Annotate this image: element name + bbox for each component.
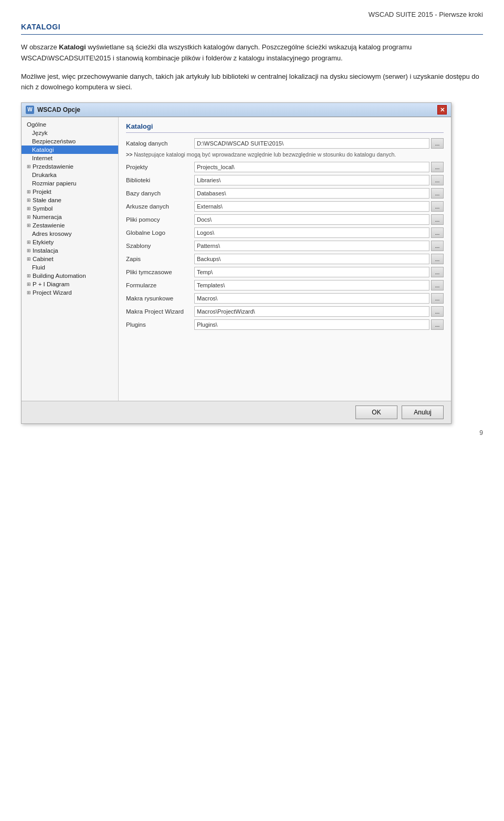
sidebar-item-label: Przedstawienie	[33, 163, 74, 170]
catalog-row-label: Szablony	[126, 243, 194, 249]
catalog-row-input[interactable]	[194, 280, 429, 290]
sidebar-item[interactable]: Ogólne	[22, 120, 118, 129]
sidebar-item[interactable]: Katalogi	[22, 146, 118, 154]
catalog-row-input[interactable]	[194, 188, 429, 199]
info-row: Następujące katalogi mogą być wprowadzan…	[126, 151, 444, 158]
expand-icon: ⊞	[27, 248, 31, 253]
catalog-row: Biblioteki...	[126, 175, 444, 185]
catalog-row-label: Biblioteki	[126, 177, 194, 183]
catalog-row: Pliki tymczasowe...	[126, 267, 444, 277]
catalog-row-input[interactable]	[194, 241, 429, 251]
sidebar-item-label: Adres krosowy	[32, 231, 71, 237]
dialog-titlebar: W WSCAD Opcje ✕	[22, 103, 451, 117]
sidebar: OgólneJęzykBezpieczeństwoKatalogiInterne…	[22, 117, 119, 401]
catalog-row-input[interactable]	[194, 319, 429, 330]
sidebar-item[interactable]: ⊞Zestawienie	[22, 221, 118, 230]
katalogi-title: Katalogi	[126, 122, 444, 133]
sidebar-item-label: Symbol	[33, 205, 52, 212]
sidebar-item[interactable]: ⊞Numeracja	[22, 213, 118, 221]
catalog-row-label: Zapis	[126, 256, 194, 262]
section-title: KATALOGI	[21, 23, 483, 31]
catalog-row-input[interactable]	[194, 175, 429, 185]
page-title: WSCAD SUITE 2015 - Pierwsze kroki	[369, 11, 483, 18]
sidebar-item[interactable]: Adres krosowy	[22, 230, 118, 238]
catalog-row-input[interactable]	[194, 162, 429, 172]
page-header: WSCAD SUITE 2015 - Pierwsze kroki	[21, 11, 483, 18]
sidebar-item[interactable]: ⊞Project Wizard	[22, 288, 118, 297]
sidebar-item[interactable]: Internet	[22, 154, 118, 162]
sidebar-item-label: Ogólne	[27, 121, 46, 128]
catalog-row-browse-btn[interactable]: ...	[431, 306, 444, 317]
dialog-title: WSCAD Opcje	[37, 106, 80, 113]
dialog-body: OgólneJęzykBezpieczeństwoKatalogiInterne…	[22, 117, 451, 401]
sidebar-item[interactable]: Bezpieczeństwo	[22, 137, 118, 146]
bold-katalogi: Katalogi	[59, 43, 86, 51]
sidebar-item-label: Zestawienie	[33, 222, 65, 228]
sidebar-item[interactable]: ⊞Etykiety	[22, 238, 118, 246]
expand-icon: ⊞	[27, 164, 31, 169]
catalog-row-browse-btn[interactable]: ...	[431, 227, 444, 238]
catalog-row-browse-btn[interactable]: ...	[431, 175, 444, 185]
catalog-row-input[interactable]	[194, 201, 429, 212]
catalog-row-label: Makra rysunkowe	[126, 295, 194, 302]
sidebar-item-label: Rozmiar papieru	[32, 180, 76, 186]
catalog-row-input[interactable]	[194, 293, 429, 304]
catalog-data-label: Katalog danych	[126, 140, 194, 147]
catalog-row-browse-btn[interactable]: ...	[431, 214, 444, 225]
catalog-row: Arkusze danych...	[126, 201, 444, 212]
catalog-row-label: Bazy danych	[126, 190, 194, 196]
catalog-row-input[interactable]	[194, 267, 429, 277]
catalog-row: Globalne Logo...	[126, 227, 444, 238]
sidebar-item[interactable]: ⊞Projekt	[22, 188, 118, 196]
catalog-row-browse-btn[interactable]: ...	[431, 254, 444, 264]
sidebar-item[interactable]: Fluid	[22, 263, 118, 272]
sidebar-item[interactable]: ⊞Stałe dane	[22, 196, 118, 204]
main-content: Katalogi Katalog danych ... Następujące …	[119, 117, 451, 401]
sidebar-item[interactable]: ⊞P + I Diagram	[22, 280, 118, 288]
page-number: 9	[21, 429, 483, 437]
catalog-row-browse-btn[interactable]: ...	[431, 319, 444, 330]
dialog-close-button[interactable]: ✕	[437, 105, 447, 115]
catalog-row-input[interactable]	[194, 214, 429, 225]
sidebar-item-label: Bezpieczeństwo	[32, 138, 76, 144]
catalog-row: Projekty...	[126, 162, 444, 172]
dialog-footer: OK Anuluj	[22, 401, 451, 423]
catalog-data-browse-btn[interactable]: ...	[431, 138, 444, 149]
sidebar-item[interactable]: ⊞Instalacja	[22, 246, 118, 255]
catalog-row-browse-btn[interactable]: ...	[431, 293, 444, 304]
catalog-row-browse-btn[interactable]: ...	[431, 162, 444, 172]
sidebar-item[interactable]: ⊞Symbol	[22, 204, 118, 213]
catalog-row-input[interactable]	[194, 306, 429, 317]
catalog-row-input[interactable]	[194, 227, 429, 238]
catalog-row-browse-btn[interactable]: ...	[431, 188, 444, 199]
catalog-row-browse-btn[interactable]: ...	[431, 201, 444, 212]
catalog-data-input[interactable]	[194, 138, 429, 149]
catalog-row: Makra Project Wizard...	[126, 306, 444, 317]
sidebar-item[interactable]: ⊞Cabinet	[22, 255, 118, 263]
sidebar-item[interactable]: Drukarka	[22, 171, 118, 179]
sidebar-item-label: Stałe dane	[33, 197, 61, 203]
catalog-row-browse-btn[interactable]: ...	[431, 280, 444, 290]
catalog-row-label: Arkusze danych	[126, 203, 194, 210]
catalog-row-label: Projekty	[126, 164, 194, 170]
catalog-row: Pliki pomocy...	[126, 214, 444, 225]
sidebar-item[interactable]: ⊞Building Automation	[22, 272, 118, 280]
sidebar-item[interactable]: Język	[22, 129, 118, 137]
dialog-window: W WSCAD Opcje ✕ OgólneJęzykBezpieczeństw…	[21, 102, 452, 424]
paragraph-2: Możliwe jest, więc przechowywanie danych…	[21, 71, 483, 93]
catalog-row: Bazy danych...	[126, 188, 444, 199]
catalog-row-browse-btn[interactable]: ...	[431, 241, 444, 251]
cancel-button[interactable]: Anuluj	[402, 406, 444, 419]
ok-button[interactable]: OK	[355, 406, 397, 419]
catalog-rows-container: Projekty...Biblioteki...Bazy danych...Ar…	[126, 162, 444, 330]
expand-icon: ⊞	[27, 240, 31, 245]
sidebar-item[interactable]: ⊞Przedstawienie	[22, 162, 118, 171]
sidebar-item[interactable]: Rozmiar papieru	[22, 179, 118, 188]
sidebar-item-label: Cabinet	[33, 256, 54, 262]
catalog-row-input[interactable]	[194, 254, 429, 264]
catalog-row-browse-btn[interactable]: ...	[431, 267, 444, 277]
sidebar-item-label: Instalacja	[33, 247, 58, 254]
expand-icon: ⊞	[27, 189, 31, 194]
expand-icon: ⊞	[27, 198, 31, 203]
catalog-row-label: Pliki tymczasowe	[126, 269, 194, 275]
